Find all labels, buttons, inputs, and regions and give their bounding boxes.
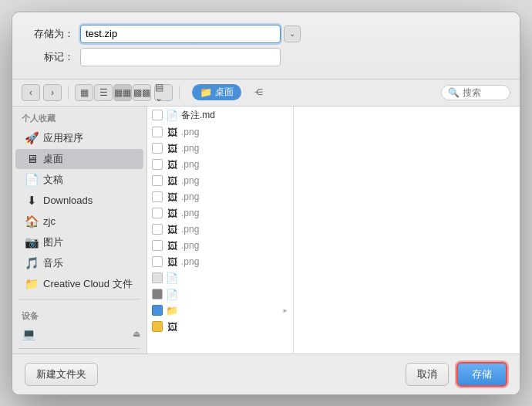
file-checkbox[interactable] [152,191,163,202]
list-item[interactable]: 🖼 .png [147,124,293,140]
sidebar-divider-2 [19,348,140,349]
list-item[interactable]: 📄 [147,286,293,303]
new-folder-button[interactable]: 新建文件夹 [25,363,98,386]
file-checkbox[interactable] [152,159,163,170]
list-item[interactable]: 🖼 .png [147,140,293,157]
sidebar-item-documents[interactable]: 📄 文稿 [15,170,143,190]
forward-button[interactable]: › [43,84,62,101]
file-checkbox[interactable] [152,305,163,316]
sidebar-item-music-label: 音乐 [43,256,63,270]
list-item[interactable]: 🖼 .png [147,205,293,222]
search-icon: 🔍 [448,87,460,98]
file-icon: 🖼 [166,143,178,154]
tags-label: 标记： [28,50,74,64]
back-button[interactable]: ‹ [22,84,40,101]
sidebar: 个人收藏 🚀 应用程序 🖥 桌面 📄 文稿 ⬇ Downloads 🏠 zjc [12,107,147,354]
file-icon: 📄 [166,272,178,284]
file-checkbox[interactable] [152,256,163,267]
photos-icon: 📷 [25,235,39,249]
file-column-2 [294,107,520,354]
arrange-button[interactable]: ▤ ⌄ [154,84,173,101]
list-item[interactable]: 🖼 .png [147,157,293,173]
eject-button[interactable]: ⏏ [133,329,140,339]
file-name: .png [181,159,288,170]
dialog-bottom: 新建文件夹 取消 存储 [12,354,520,394]
save-button[interactable]: 存储 [456,362,507,387]
location-dropdown[interactable]: ⋲ [251,85,266,100]
sidebar-item-desktop[interactable]: 🖥 桌面 [15,149,143,169]
music-icon: 🎵 [25,256,39,270]
file-name: .png [181,191,288,202]
list-item[interactable]: 🖼 .png [147,254,293,270]
sidebar-item-zjc-label: zjc [43,215,56,227]
search-box: 🔍 [441,85,510,100]
sidebar-item-apps-label: 应用程序 [43,131,83,145]
file-checkbox[interactable] [152,143,163,154]
file-checkbox[interactable] [152,224,163,235]
list-view-button[interactable]: ☰ [94,84,113,101]
file-name: .png [181,256,288,267]
file-name: .png [181,143,288,154]
file-checkbox[interactable] [152,127,163,137]
device-icon: 💻 [22,327,35,341]
filename-label: 存储为： [28,27,74,41]
file-icon: 📄 [166,110,178,121]
file-icon: 🖼 [166,159,178,171]
list-item[interactable]: 🖼 .png [147,173,293,189]
personal-section-header: 个人收藏 [12,107,146,127]
expand-arrow: ► [282,307,288,314]
location-label: 桌面 [215,86,234,99]
file-name: .png [181,175,288,186]
dialog-header: 存储为： ⌄ 标记： [12,12,520,80]
file-name: .png [181,127,288,137]
toolbar: ‹ › ▦ ☰ ▦▦ ▩▩ ▤ ⌄ 📁 桌面 ⋲ 🔍 [12,80,520,107]
cancel-button[interactable]: 取消 [406,363,449,386]
sidebar-item-zjc[interactable]: 🏠 zjc [15,211,143,232]
view-buttons: ▦ ☰ ▦▦ ▩▩ [75,84,151,101]
creative-icon: 📁 [25,277,39,291]
zjc-icon: 🏠 [25,215,39,228]
separator-1 [68,86,69,100]
sidebar-item-downloads[interactable]: ⬇ Downloads [15,191,143,211]
sidebar-item-apps[interactable]: 🚀 应用程序 [15,128,143,148]
file-checkbox[interactable] [152,208,163,218]
file-icon: 🖼 [166,127,178,138]
file-icon: 📄 [166,289,178,300]
icon-view-button[interactable]: ▦ [75,84,93,101]
apps-icon: 🚀 [25,131,39,145]
sidebar-item-device[interactable]: 💻 ⏏ [12,325,146,343]
sidebar-item-music[interactable]: 🎵 音乐 [15,253,143,273]
file-icon: 🖼 [166,321,178,333]
search-input[interactable] [463,87,509,98]
file-checkbox[interactable] [152,110,163,120]
file-icon: 🖼 [166,224,178,235]
file-panel: 📄 备注.md 🖼 .png 🖼 .png 🖼 .png [147,107,520,354]
file-icon: 📁 [166,305,178,316]
list-item[interactable]: 📁 ► [147,303,293,319]
cover-view-button[interactable]: ▩▩ [133,84,151,101]
list-item[interactable]: 🖼 .png [147,222,293,238]
file-column-1: 📄 备注.md 🖼 .png 🖼 .png 🖼 .png [147,107,294,354]
list-item[interactable]: 📄 [147,270,293,286]
list-item[interactable]: 🖼 .png [147,189,293,205]
file-checkbox[interactable] [152,240,163,251]
file-icon: 🖼 [166,191,178,203]
file-checkbox[interactable] [152,272,163,283]
expand-button[interactable]: ⌄ [284,25,301,42]
list-item[interactable]: 🖼 .png [147,238,293,254]
separator-2 [179,86,180,100]
file-icon: 🖼 [166,256,178,268]
list-item[interactable]: 🖼 [147,319,293,335]
column-view-button[interactable]: ▦▦ [113,84,132,101]
file-checkbox[interactable] [152,321,163,332]
list-item[interactable]: 📄 备注.md [147,107,293,124]
sidebar-divider-1 [19,299,140,299]
file-checkbox[interactable] [152,175,163,186]
sidebar-item-photos[interactable]: 📷 图片 [15,232,143,252]
sidebar-item-creative[interactable]: 📁 Creative Cloud 文件 [15,274,143,294]
filename-input[interactable] [80,25,281,43]
tags-input[interactable] [80,48,281,66]
file-checkbox[interactable] [152,289,163,299]
location-pill[interactable]: 📁 桌面 [192,84,241,100]
file-icon: 🖼 [166,240,178,252]
